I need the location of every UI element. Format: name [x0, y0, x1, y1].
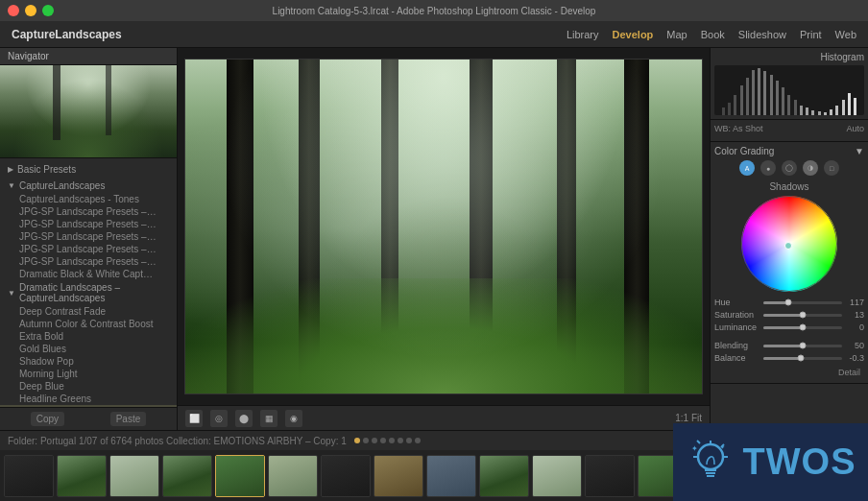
thumb-1[interactable]: [4, 455, 54, 497]
cg-mode-lum[interactable]: □: [824, 160, 839, 176]
hue-label: Hue: [714, 298, 760, 307]
thumb-12[interactable]: [585, 455, 635, 497]
minimize-button[interactable]: [25, 5, 36, 16]
preset-shadow-pop[interactable]: Shadow Pop: [0, 355, 177, 368]
hue-thumb[interactable]: [785, 299, 792, 306]
right-panel: Histogram: [710, 48, 868, 430]
thumb-img-11: [533, 456, 581, 496]
color-wheel-container: [714, 196, 864, 292]
luminance-track[interactable]: [763, 326, 842, 329]
thumb-2[interactable]: [57, 455, 107, 497]
hist-bar-22: [848, 93, 851, 115]
wheel-cursor[interactable]: [784, 242, 792, 250]
hist-bar-23: [854, 98, 856, 115]
preset-item-toolbox[interactable]: JPG-SP Landscape Presets – Tool Box: [0, 255, 177, 268]
luminance-slider-row: Luminance 0: [714, 322, 864, 332]
preset-item-bw[interactable]: JPG-SP Landscape Presets – Black and Whi…: [0, 205, 177, 218]
color-grading-header: Color Grading ▼: [714, 146, 864, 156]
hist-bar-15: [806, 107, 808, 115]
preset-deep-blue[interactable]: Deep Blue: [0, 380, 177, 393]
dot-5[interactable]: [389, 438, 395, 443]
thumb-img-8: [374, 456, 422, 496]
blending-thumb[interactable]: [800, 343, 807, 349]
color-grading-chevron[interactable]: ▼: [855, 146, 864, 156]
paste-button[interactable]: Paste: [110, 412, 147, 426]
balance-thumb[interactable]: [798, 355, 805, 362]
preset-headline-greens[interactable]: Headline Greens: [0, 393, 177, 405]
cg-mode-highlights[interactable]: ◑: [803, 160, 818, 176]
hist-bar-2: [728, 103, 731, 115]
preset-item-spring[interactable]: JPG-SP Landscape Presets – Spring Summer: [0, 243, 177, 255]
balance-track[interactable]: [763, 357, 842, 360]
thumb-img-1: [5, 456, 53, 496]
color-wheel[interactable]: [741, 196, 837, 292]
hist-bar-7: [758, 68, 760, 115]
thumb-5[interactable]: [215, 455, 265, 497]
dot-6[interactable]: [398, 438, 403, 443]
luminance-thumb[interactable]: [800, 324, 807, 331]
cg-mode-all[interactable]: A: [739, 160, 755, 176]
preset-item-autumn[interactable]: JPG-SP Landscape Presets – Autumn: [0, 218, 177, 230]
preset-item-dramatic-bw[interactable]: Dramatic Black & White CaptureLandscapes: [0, 268, 177, 280]
thumb-7[interactable]: [321, 455, 371, 497]
hist-bar-17: [818, 111, 821, 115]
balance-label: Balance: [714, 353, 760, 363]
preset-section-basic-header[interactable]: ▶ Basic Presets: [0, 162, 177, 177]
preset-section-capture-header[interactable]: ▼ CaptureLandscapes: [0, 179, 177, 193]
thumb-11[interactable]: [532, 455, 582, 497]
auto-label[interactable]: Auto: [846, 124, 864, 133]
nav-book[interactable]: Book: [701, 29, 725, 40]
main-image-area: ⬜ ◎ ⬤ ▦ ◉ 1:1 Fit: [178, 48, 710, 430]
nav-slideshow[interactable]: Slideshow: [738, 29, 786, 40]
nav-menu: Library Develop Map Book Slideshow Print…: [567, 29, 856, 40]
nav-forest-image: [0, 65, 177, 158]
saturation-track[interactable]: [763, 314, 842, 317]
copy-button[interactable]: Copy: [31, 412, 64, 426]
nav-map[interactable]: Map: [666, 29, 687, 40]
saturation-thumb[interactable]: [800, 312, 807, 319]
nav-print[interactable]: Print: [800, 29, 822, 40]
dot-8[interactable]: [415, 438, 421, 443]
preset-morning-light[interactable]: Morning Light: [0, 368, 177, 380]
thumb-4[interactable]: [162, 455, 212, 497]
nav-library[interactable]: Library: [567, 29, 599, 40]
dot-1[interactable]: [354, 438, 360, 443]
preset-deep-contrast[interactable]: Deep Contrast Fade: [0, 305, 177, 318]
dot-2[interactable]: [363, 438, 369, 443]
preset-gold-blues[interactable]: Gold Blues: [0, 343, 177, 355]
preset-item-creative[interactable]: JPG-SP Landscape Presets – Creative: [0, 230, 177, 243]
preset-extra-bold[interactable]: Extra Bold: [0, 330, 177, 343]
top-nav: CaptureLandscapes Library Develop Map Bo…: [0, 21, 868, 48]
thumb-3[interactable]: [109, 455, 159, 497]
preset-section-dramatic-header[interactable]: ▼ Dramatic Landscapes – CaptureLandscape…: [0, 280, 177, 305]
close-button[interactable]: [8, 5, 19, 16]
cg-mode-shadows[interactable]: ●: [760, 160, 776, 176]
blending-track[interactable]: [763, 345, 842, 347]
nav-develop[interactable]: Develop: [613, 29, 654, 40]
svg-text:✦: ✦: [720, 444, 725, 450]
brush-tool[interactable]: ⬤: [235, 410, 253, 427]
maximize-button[interactable]: [42, 5, 54, 16]
hue-track[interactable]: [763, 301, 842, 304]
hist-bar-21: [842, 100, 845, 115]
dot-7[interactable]: [406, 438, 412, 443]
preset-capture-label: CaptureLandscapes: [19, 180, 106, 191]
thumb-img-4: [163, 456, 211, 496]
filter-tool[interactable]: ▦: [260, 410, 277, 427]
presets-panel[interactable]: ▶ Basic Presets ▼ CaptureLandscapes Capt…: [0, 158, 177, 407]
preset-item-tones[interactable]: CaptureLandscapes - Tones: [0, 193, 177, 205]
dot-4[interactable]: [380, 438, 386, 443]
dot-3[interactable]: [372, 438, 377, 443]
cg-mode-midtones[interactable]: ◯: [782, 160, 797, 176]
thumb-10[interactable]: [479, 455, 529, 497]
heal-tool[interactable]: ◎: [210, 410, 228, 427]
arrow-icon-2: ▼: [8, 181, 15, 190]
crop-tool[interactable]: ⬜: [185, 410, 203, 427]
nav-web[interactable]: Web: [835, 29, 856, 40]
preset-autumn-color[interactable]: Autumn Color & Contrast Boost: [0, 318, 177, 330]
detail-button[interactable]: Detail: [714, 366, 864, 379]
eye-tool[interactable]: ◉: [285, 410, 302, 427]
thumb-6[interactable]: [268, 455, 318, 497]
thumb-9[interactable]: [426, 455, 476, 497]
thumb-8[interactable]: [374, 455, 423, 497]
